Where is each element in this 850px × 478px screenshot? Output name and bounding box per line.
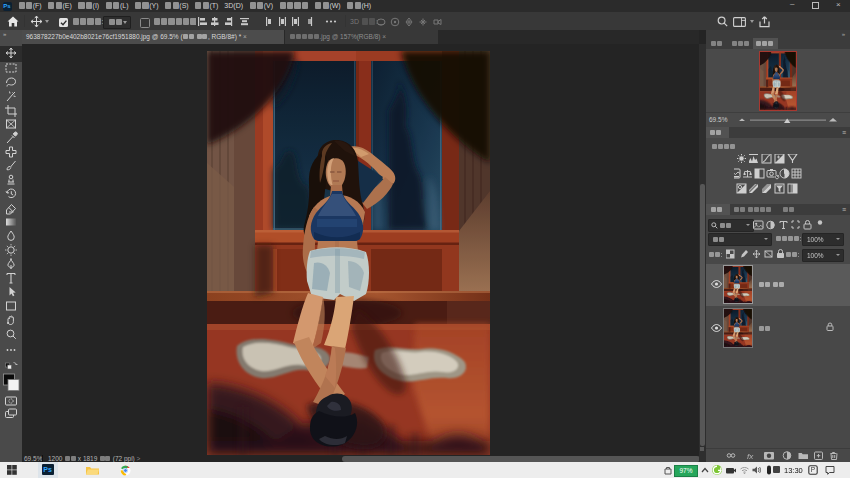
svg-text:P: P bbox=[811, 466, 815, 473]
svg-text:fx: fx bbox=[747, 452, 754, 461]
